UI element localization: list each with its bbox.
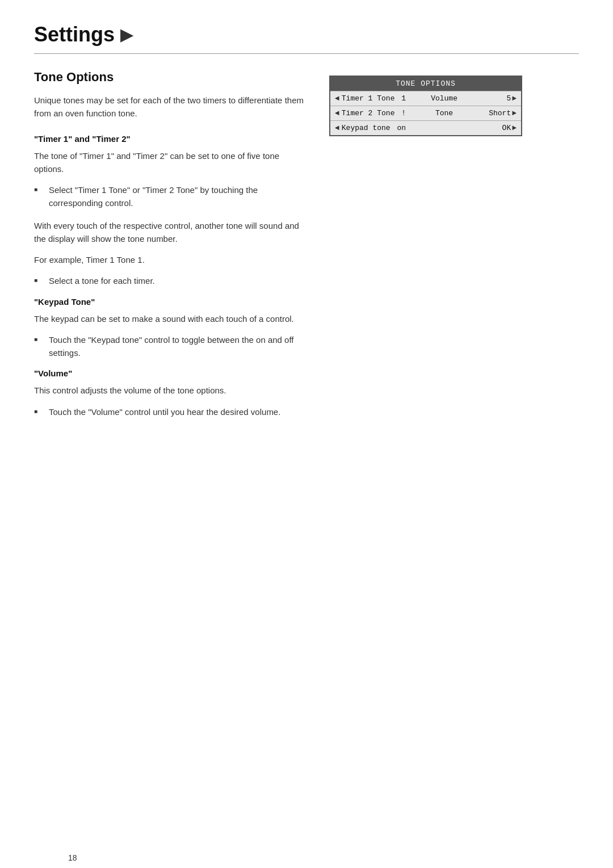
right-column: TONE OPTIONS ◄ Timer 1 Tone 1 Volume 5 ►: [329, 76, 522, 136]
list-item: Touch the "Keypad tone" control to toggl…: [34, 333, 306, 360]
tone-row-center-1: Volume: [409, 94, 479, 103]
page-title-text: Settings: [34, 23, 115, 47]
timer2-tone-label: Timer 2 Tone: [342, 109, 395, 118]
keypad-tone-label: Keypad tone: [342, 124, 391, 132]
tone-row-center-2: Tone: [409, 109, 479, 118]
keypad-ok-value: OK: [502, 124, 511, 132]
subsection-timer: "Timer 1" and "Timer 2" The tone of "Tim…: [34, 134, 306, 288]
keypad-tone-value: on: [393, 124, 406, 132]
page-header: Settings ▶: [34, 23, 579, 54]
subsection-volume-heading: "Volume": [34, 368, 306, 378]
timer-para-1: The tone of "Timer 1" and "Timer 2" can …: [34, 149, 306, 176]
timer-bullets-1: Select "Timer 1 Tone" or "Timer 2 Tone" …: [34, 183, 306, 210]
subsection-keypad-heading: "Keypad Tone": [34, 297, 306, 307]
timer2-tone-value-right: Short: [489, 109, 511, 118]
tone-row-right-2: Short ►: [482, 109, 517, 118]
timer1-tone-value: 1: [397, 94, 406, 103]
tone-panel-row-1[interactable]: ◄ Timer 1 Tone 1 Volume 5 ►: [330, 91, 521, 106]
timer1-volume-value: 5: [506, 94, 511, 103]
content-layout: Tone Options Unique tones may be set for…: [34, 70, 579, 427]
page-title: Settings ▶: [34, 23, 579, 47]
subsection-keypad: "Keypad Tone" The keypad can be set to m…: [34, 297, 306, 360]
tone-row-left-1: ◄ Timer 1 Tone 1: [335, 94, 406, 103]
timer1-tone-label: Timer 1 Tone: [342, 94, 395, 103]
list-item: Select a tone for each timer.: [34, 274, 306, 287]
left-column: Tone Options Unique tones may be set for…: [34, 70, 306, 427]
tone-panel-header: TONE OPTIONS: [330, 77, 521, 91]
tone-row-right-3: OK ►: [482, 124, 517, 132]
tone-row-left-3: ◄ Keypad tone on: [335, 124, 406, 132]
timer-para-3: For example, Timer 1 Tone 1.: [34, 253, 306, 266]
tone-options-panel: TONE OPTIONS ◄ Timer 1 Tone 1 Volume 5 ►: [329, 76, 522, 136]
page-number: 18: [68, 853, 77, 862]
timer-bullets-2: Select a tone for each timer.: [34, 274, 306, 287]
left-arrow-icon-3: ◄: [335, 124, 339, 132]
keypad-para-1: The keypad can be set to make a sound wi…: [34, 312, 306, 325]
volume-para-1: This control adjusts the volume of the t…: [34, 384, 306, 397]
keypad-bullets: Touch the "Keypad tone" control to toggl…: [34, 333, 306, 360]
tone-row-left-2: ◄ Timer 2 Tone !: [335, 109, 406, 118]
settings-icon: ▶: [120, 26, 133, 44]
timer-para-2: With every touch of the respective contr…: [34, 219, 306, 246]
section-title: Tone Options: [34, 70, 306, 85]
tone-row-right-1: 5 ►: [482, 94, 517, 103]
left-arrow-icon-2: ◄: [335, 109, 339, 118]
subsection-timer-heading: "Timer 1" and "Timer 2": [34, 134, 306, 144]
tone-panel-row-3[interactable]: ◄ Keypad tone on OK ►: [330, 120, 521, 135]
header-divider: [34, 53, 579, 54]
right-arrow-icon-3: ►: [512, 124, 517, 132]
subsection-volume: "Volume" This control adjusts the volume…: [34, 368, 306, 418]
left-arrow-icon-1: ◄: [335, 94, 339, 103]
list-item: Select "Timer 1 Tone" or "Timer 2 Tone" …: [34, 183, 306, 210]
timer2-tone-value: !: [397, 109, 406, 118]
list-item: Touch the "Volume" control until you hea…: [34, 405, 306, 418]
volume-bullets: Touch the "Volume" control until you hea…: [34, 405, 306, 418]
intro-text: Unique tones may be set for each of the …: [34, 94, 306, 120]
tone-panel-row-2[interactable]: ◄ Timer 2 Tone ! Tone Short ►: [330, 106, 521, 120]
page-wrapper: Settings ▶ Tone Options Unique tones may…: [34, 23, 579, 868]
right-arrow-icon-2: ►: [512, 109, 517, 118]
right-arrow-icon-1: ►: [512, 94, 517, 103]
